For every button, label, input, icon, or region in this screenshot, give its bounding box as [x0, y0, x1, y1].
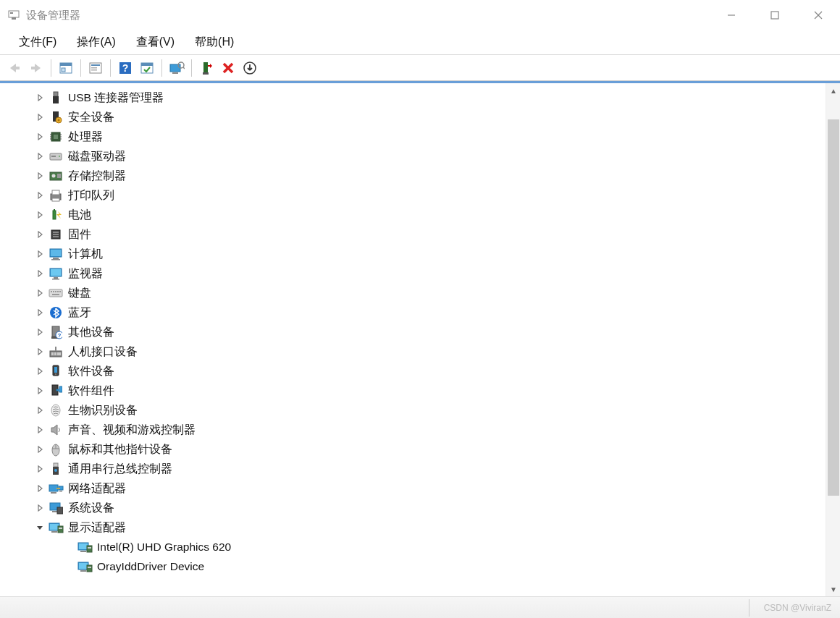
tree-item[interactable]: 通用串行总线控制器 — [6, 459, 826, 478]
device-tree[interactable]: USB 连接器管理器安全设备处理器磁盘驱动器存储控制器打印队列电池固件计算机监视… — [6, 88, 826, 593]
tree-item[interactable]: 网络适配器 — [6, 478, 826, 498]
expand-icon[interactable] — [33, 267, 46, 280]
tree-item-label: 固件 — [68, 224, 91, 244]
tree-item[interactable]: 人机接口设备 — [6, 342, 826, 361]
tree-item[interactable]: 系统设备 — [6, 498, 826, 517]
expand-icon[interactable] — [33, 384, 46, 397]
tree-item[interactable]: Intel(R) UHD Graphics 620 — [6, 537, 826, 556]
tree-item[interactable]: 键盘 — [6, 283, 826, 302]
tree-item[interactable]: 监视器 — [6, 263, 826, 283]
remove-button[interactable] — [218, 58, 238, 78]
expand-icon[interactable] — [33, 306, 46, 319]
svg-rect-55 — [53, 234, 59, 235]
tree-item[interactable]: 处理器 — [6, 127, 826, 146]
svg-rect-29 — [54, 92, 58, 96]
tree-item-label: OrayIddDriver Device — [97, 556, 204, 576]
tree-item-label: 系统设备 — [68, 498, 114, 517]
tree-item[interactable]: 固件 — [6, 224, 826, 244]
tree-item-label: 生物识别设备 — [68, 400, 138, 420]
expand-icon[interactable] — [33, 91, 46, 104]
expand-icon[interactable] — [33, 462, 46, 475]
tree-item[interactable]: 声音、视频和游戏控制器 — [6, 420, 826, 439]
statusbar-separator — [749, 599, 749, 617]
expand-icon[interactable] — [33, 501, 46, 515]
scan-hardware-button[interactable] — [167, 58, 187, 78]
svg-rect-19 — [141, 63, 153, 66]
expand-icon[interactable] — [33, 423, 46, 436]
minimize-button[interactable] — [710, 0, 753, 30]
update-driver-button[interactable] — [240, 58, 260, 78]
tree-item[interactable]: 电池 — [6, 205, 826, 224]
svg-rect-30 — [53, 96, 59, 103]
display-adapter-icon — [48, 520, 64, 536]
menu-view[interactable]: 查看(V) — [126, 30, 185, 54]
tree-item[interactable]: OrayIddDriver Device — [6, 556, 826, 576]
other-device-icon: ? — [48, 324, 64, 340]
expand-icon[interactable] — [33, 482, 46, 495]
tree-item[interactable]: ?其他设备 — [6, 322, 826, 342]
scroll-up-icon[interactable]: ▲ — [826, 83, 840, 98]
svg-rect-47 — [57, 174, 61, 178]
tree-item[interactable]: 磁盘驱动器 — [6, 146, 826, 166]
tree-item[interactable]: 生物识别设备 — [6, 400, 826, 420]
svg-rect-64 — [52, 279, 59, 280]
tree-item[interactable]: 软件组件 — [6, 381, 826, 400]
tree-item-label: 蓝牙 — [68, 302, 91, 322]
expand-icon[interactable] — [33, 345, 46, 358]
back-button[interactable] — [4, 58, 25, 78]
tree-item-label: 软件设备 — [68, 361, 114, 381]
bluetooth-icon — [48, 305, 64, 321]
tree-item-label: 处理器 — [68, 127, 103, 146]
svg-rect-24 — [203, 62, 208, 72]
vertical-scrollbar[interactable]: ▲ ▼ — [826, 83, 840, 596]
expand-icon[interactable] — [33, 443, 46, 456]
expand-icon[interactable] — [33, 150, 46, 163]
svg-rect-1 — [10, 12, 13, 14]
expand-icon[interactable] — [33, 189, 46, 202]
tree-item[interactable]: 显示适配器 — [6, 517, 826, 537]
show-hidden-button[interactable] — [137, 58, 157, 78]
scroll-thumb[interactable] — [828, 119, 839, 496]
security-device-icon — [48, 109, 64, 125]
tree-item[interactable]: 计算机 — [6, 244, 826, 263]
scroll-down-icon[interactable]: ▼ — [826, 582, 840, 596]
tree-item-label: 计算机 — [68, 244, 103, 263]
expand-icon[interactable] — [33, 111, 46, 124]
expand-icon[interactable] — [33, 365, 46, 378]
tree-item[interactable]: 存储控制器 — [6, 166, 826, 185]
tree-item-label: 鼠标和其他指针设备 — [68, 439, 172, 459]
svg-rect-8 — [31, 67, 35, 69]
expand-icon[interactable] — [33, 169, 46, 182]
tree-item[interactable]: USB 连接器管理器 — [6, 88, 826, 107]
expand-icon[interactable] — [33, 287, 46, 300]
window-title: 设备管理器 — [26, 9, 80, 22]
tree-item[interactable]: 安全设备 — [6, 107, 826, 127]
svg-rect-68 — [55, 291, 56, 292]
expand-icon[interactable] — [33, 326, 46, 339]
tree-item[interactable]: 蓝牙 — [6, 302, 826, 322]
expand-icon[interactable] — [33, 208, 46, 221]
menu-help[interactable]: 帮助(H) — [185, 30, 244, 54]
tree-item[interactable]: 软件设备 — [6, 361, 826, 381]
tree-item[interactable]: 鼠标和其他指针设备 — [6, 439, 826, 459]
menu-file[interactable]: 文件(F) — [9, 30, 67, 54]
collapse-icon[interactable] — [33, 521, 46, 534]
close-button[interactable] — [797, 0, 840, 30]
menu-action[interactable]: 操作(A) — [67, 30, 125, 54]
expand-icon[interactable] — [33, 228, 46, 241]
properties-panel-button[interactable] — [56, 58, 76, 78]
help-button[interactable]: ? — [115, 58, 135, 78]
processor-icon — [48, 129, 64, 145]
properties-button[interactable] — [85, 58, 106, 78]
expand-icon[interactable] — [33, 247, 46, 261]
forward-button[interactable] — [26, 58, 46, 78]
svg-rect-79 — [54, 352, 56, 355]
svg-rect-21 — [172, 72, 178, 74]
biometric-icon — [48, 402, 64, 418]
expand-icon[interactable] — [33, 404, 46, 417]
maximize-button[interactable] — [753, 0, 797, 30]
tree-item[interactable]: 打印队列 — [6, 185, 826, 205]
expand-icon[interactable] — [33, 130, 46, 143]
add-legacy-button[interactable] — [196, 58, 217, 78]
svg-point-85 — [51, 405, 60, 416]
